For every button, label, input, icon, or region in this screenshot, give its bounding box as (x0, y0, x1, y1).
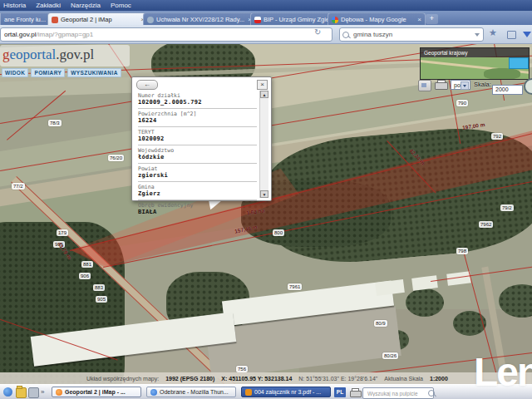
taskbar: » Geoportal 2 | iMap - ... Odebrane - Mo… (0, 384, 532, 399)
bookmark-star-icon[interactable]: ★ (489, 27, 497, 38)
parcel-label: 7962 (479, 221, 493, 228)
tray-printer-icon[interactable] (350, 388, 360, 397)
globe-icon (147, 17, 154, 23)
parcel-label: 792 (491, 133, 503, 140)
parcel-label: 800 (273, 229, 284, 236)
tab-label: ane Fronty łu... (4, 16, 46, 23)
field-label: TERYT (138, 129, 257, 135)
field-row: Numer działki102009_2.0005.792 (138, 91, 257, 109)
pdf-icon (245, 389, 252, 396)
map-toolbar: WIDOK POMIARY WYSZUKIWANIA (2, 68, 121, 77)
field-value: 16224 (138, 117, 257, 124)
desktop-search-input[interactable] (366, 390, 426, 397)
scale-input[interactable] (492, 85, 523, 95)
chevron-down-icon[interactable] (475, 33, 480, 37)
parcel-label: 80/26 (382, 352, 398, 359)
field-value: Zgierz (138, 190, 257, 197)
parcel-label: 756 (236, 366, 248, 372)
field-label: Województwo (138, 147, 257, 154)
menu-zakladki[interactable]: Zakładki (36, 2, 61, 9)
taskbar-button-thunderbird[interactable]: Odebrane - Mozilla Thun... (146, 387, 236, 397)
field-row: TERYT1020092 (138, 127, 257, 145)
quicklaunch-folder-icon[interactable] (16, 387, 27, 398)
new-tab-button[interactable]: + (426, 14, 438, 24)
cadastral-line (7, 91, 66, 140)
desktop-search[interactable] (362, 387, 434, 399)
popup-scrollbar[interactable]: ▲ ▼ (259, 91, 268, 198)
browser-menubar: Historia Zakładki Narzędzia Pomoc (0, 0, 532, 11)
tab-fronty[interactable]: ane Fronty łu... × (0, 12, 53, 26)
geoportal-logo: geoportal.gov.pl (2, 47, 94, 63)
quicklaunch-overflow-chevron[interactable]: » (41, 388, 44, 396)
search-icon (428, 390, 435, 397)
toolbar-pomiary[interactable]: POMIARY (31, 68, 65, 77)
field-label: Numer działki (138, 92, 257, 99)
browser-navbar: ortal.gov.pl/imap/?gpmap=gp1 ↻ ★ (0, 25, 532, 44)
parcel-label: 79/2 (500, 204, 514, 211)
menu-narzedzia[interactable]: Narzędzia (71, 2, 101, 9)
firefox-icon (56, 389, 62, 396)
reload-icon[interactable]: ↻ (314, 27, 321, 37)
back-arrow-button[interactable]: ← (136, 80, 158, 90)
print-button[interactable] (435, 80, 446, 89)
menu-historia[interactable]: Historia (3, 2, 26, 9)
field-value: zgierski (138, 172, 257, 179)
tab-maps[interactable]: Dębowa - Mapy Google × (328, 12, 426, 26)
tab-bip[interactable]: BIP - Urząd Gminy Zgierz × (250, 12, 333, 26)
address-path: /imap/?gpmap=gp1 (37, 31, 94, 38)
field-label: Gmina (138, 184, 257, 190)
taskbar-button-geoportal[interactable]: Geoportal 2 | iMap - ... (52, 387, 141, 397)
close-icon[interactable]: × (257, 80, 268, 90)
search-input[interactable] (352, 30, 463, 39)
xy-coordinates: X: 451105.95 Y: 532138.14 (221, 376, 292, 382)
toolbar-widok[interactable]: WIDOK (2, 68, 28, 77)
scroll-up-icon[interactable]: ▲ (260, 91, 268, 98)
downloads-icon[interactable] (523, 32, 531, 37)
toolbar-wyszukiwania[interactable]: WYSZUKIWANIA (67, 68, 121, 77)
crs-value: 1992 (EPSG 2180) (165, 376, 214, 382)
minimap-title[interactable]: Geoportal krajowy (421, 48, 529, 57)
taskbar-button-label: Odebrane - Mozilla Thun... (160, 389, 229, 395)
chevron-down-icon[interactable] (461, 81, 469, 90)
parcel-label: 905 (96, 296, 107, 303)
scale-label: Skala: (474, 81, 491, 88)
address-bar[interactable]: ortal.gov.pl/imap/?gpmap=gp1 (0, 27, 332, 42)
tab-uchwala[interactable]: Uchwała Nr XXV/228/12 Rady... × (143, 12, 256, 26)
logo-initial: g (2, 47, 10, 62)
minimap-forest (484, 68, 520, 79)
parcel-label: 78/3 (48, 120, 62, 126)
field-row: Powiatzgierski (138, 164, 257, 182)
language-indicator[interactable]: PL (334, 387, 346, 397)
tab-close-icon[interactable]: × (417, 16, 421, 23)
field-value: 102009_2.0005.792 (138, 99, 257, 106)
quicklaunch-desktop-icon[interactable] (28, 387, 39, 398)
crs-label: Układ współrzędnych mapy: (86, 376, 159, 382)
browser-search[interactable] (339, 27, 484, 42)
field-row: Obręb ewidencyjnyBIAŁA (138, 200, 257, 218)
parcel-label: 906 (79, 273, 91, 279)
parcel-label: 881 (81, 261, 93, 268)
overview-minimap[interactable]: Geoportal krajowy (420, 47, 530, 80)
tab-geoportal[interactable]: Geoportal 2 | iMap × (47, 12, 149, 26)
menu-pomoc[interactable]: Pomoc (111, 2, 131, 9)
popup-fields: Numer działki102009_2.0005.792 Powierzch… (138, 91, 257, 198)
field-row: GminaZgierz (138, 182, 257, 200)
logo-suffix: .gov.pl (56, 47, 94, 62)
map-viewport[interactable]: 78/3 76/20 77/2 790 792 79/2 7962 798 80… (0, 43, 532, 384)
scroll-down-icon[interactable]: ▼ (260, 190, 268, 198)
quicklaunch-browser-icon[interactable] (3, 387, 12, 397)
browser-tabbar: ane Fronty łu... × Geoportal 2 | iMap × … (0, 11, 532, 25)
building (411, 275, 438, 291)
layers-button[interactable] (418, 80, 431, 91)
current-scale-value: 1:2000 (430, 376, 448, 382)
current-scale-label: Aktualna Skala (384, 376, 423, 382)
taskbar-button-pdf[interactable]: 004 załącznik nr 3.pdf - ... (241, 387, 331, 397)
tree-cluster (406, 288, 444, 317)
minimap-extent-box[interactable] (509, 57, 529, 69)
tab-label: Uchwała Nr XXV/228/12 Rady... (156, 16, 244, 23)
minimap-body[interactable] (421, 57, 529, 79)
taskbar-button-label: 004 załącznik nr 3.pdf - ... (254, 389, 321, 395)
field-value: 1020092 (138, 135, 257, 142)
library-icon[interactable] (507, 31, 516, 39)
language-select[interactable]: pol (451, 80, 470, 90)
